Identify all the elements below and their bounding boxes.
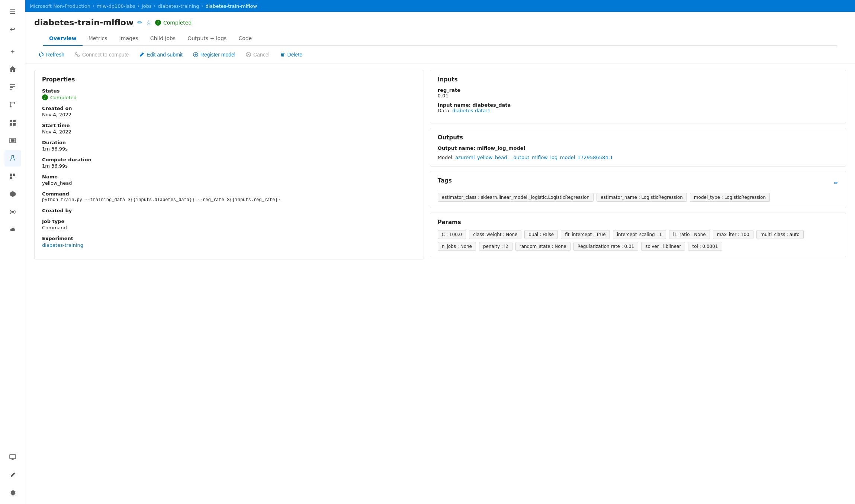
connect-icon bbox=[75, 52, 80, 57]
datasets-icon[interactable] bbox=[4, 168, 21, 184]
components-icon[interactable] bbox=[4, 114, 21, 131]
favorite-icon[interactable]: ☆ bbox=[146, 19, 151, 26]
connect-button[interactable]: Connect to compute bbox=[70, 49, 133, 60]
pipelines-icon[interactable] bbox=[4, 97, 21, 113]
prop-name-value: yellow_head bbox=[42, 180, 416, 186]
svg-point-19 bbox=[12, 211, 13, 213]
delete-button[interactable]: Delete bbox=[276, 49, 307, 60]
data-link[interactable]: diabetes-data:1 bbox=[452, 108, 491, 113]
prop-duration-label: Duration bbox=[42, 140, 416, 145]
home-icon[interactable] bbox=[4, 61, 21, 77]
params-title: Params bbox=[438, 219, 838, 226]
status-badge: Completed bbox=[155, 20, 192, 26]
svg-point-22 bbox=[78, 55, 80, 57]
connect-label: Connect to compute bbox=[82, 52, 129, 58]
cloud-icon[interactable] bbox=[4, 222, 21, 238]
prop-experiment-value[interactable]: diabetes-training bbox=[42, 242, 83, 248]
svg-point-5 bbox=[14, 102, 15, 104]
outputs-title: Outputs bbox=[438, 134, 838, 141]
refresh-button[interactable]: Refresh bbox=[34, 49, 69, 60]
prop-name-label: Name bbox=[42, 174, 416, 180]
breadcrumb-workspace[interactable]: mlw-dp100-labs bbox=[97, 3, 135, 9]
svg-rect-2 bbox=[10, 87, 13, 88]
svg-rect-0 bbox=[10, 84, 15, 85]
param-chip-8: n_jobs : None bbox=[438, 242, 476, 251]
param-chip-11: Regularization rate : 0.01 bbox=[573, 242, 639, 251]
breadcrumb-sep-3: › bbox=[154, 3, 156, 9]
breadcrumb-tenant[interactable]: Microsoft Non-Production bbox=[30, 3, 90, 9]
tab-outputs-logs[interactable]: Outputs + logs bbox=[181, 32, 232, 46]
param-chip-7: multi_class : auto bbox=[756, 230, 804, 239]
toolbar: Refresh Connect to compute Edit and subm… bbox=[25, 46, 855, 64]
output-model-row: Model: azureml_yellow_head_ _output_mlfl… bbox=[438, 155, 838, 160]
endpoints-icon[interactable] bbox=[4, 204, 21, 220]
tab-child-jobs[interactable]: Child jobs bbox=[144, 32, 181, 46]
tab-overview[interactable]: Overview bbox=[43, 32, 83, 46]
svg-rect-12 bbox=[13, 123, 16, 126]
compute-icon[interactable] bbox=[4, 132, 21, 149]
refresh-label: Refresh bbox=[46, 52, 64, 58]
register-model-button[interactable]: Register model bbox=[189, 49, 240, 60]
right-column: Inputs reg_rate 0.01 Input name: diabete… bbox=[430, 70, 846, 262]
breadcrumb-jobs[interactable]: Jobs bbox=[142, 3, 152, 9]
back-icon[interactable]: ↩ bbox=[4, 21, 21, 37]
tab-images[interactable]: Images bbox=[113, 32, 144, 46]
sidebar: ☰ ↩ ＋ bbox=[0, 0, 25, 504]
topbar: Microsoft Non-Production › mlw-dp100-lab… bbox=[25, 0, 855, 12]
data-row: Data: diabetes-data:1 bbox=[438, 108, 838, 113]
tags-header: Tags ✏️ bbox=[438, 177, 838, 188]
param-chip-5: l1_ratio : None bbox=[669, 230, 710, 239]
edit-icon[interactable] bbox=[4, 467, 21, 483]
breadcrumb-sep-4: › bbox=[202, 3, 203, 9]
left-column: Properties Status Completed Created on N… bbox=[34, 70, 424, 265]
properties-card: Properties Status Completed Created on N… bbox=[34, 70, 424, 259]
delete-icon bbox=[280, 52, 285, 57]
prop-start-time-label: Start time bbox=[42, 123, 416, 128]
cancel-button[interactable]: Cancel bbox=[241, 49, 274, 60]
edit-title-icon[interactable]: ✏️ bbox=[137, 19, 142, 26]
outputs-section: Outputs Output name: mlflow_log_model Mo… bbox=[430, 128, 846, 167]
model-link-part1[interactable]: azureml_yellow_head_ bbox=[455, 155, 510, 160]
tags-edit-icon[interactable]: ✏️ bbox=[834, 180, 838, 186]
model-link-part2[interactable]: _output_mlflow_log_model_1729586584:1 bbox=[511, 155, 613, 160]
models-icon[interactable] bbox=[4, 186, 21, 202]
add-icon[interactable]: ＋ bbox=[4, 43, 21, 59]
param-chip-9: penalty : l2 bbox=[479, 242, 512, 251]
svg-point-6 bbox=[10, 106, 12, 107]
menu-icon[interactable]: ☰ bbox=[4, 3, 21, 19]
page-title-row: diabetes-train-mlflow ✏️ ☆ Completed bbox=[34, 18, 846, 27]
inputs-section: Inputs reg_rate 0.01 Input name: diabete… bbox=[430, 70, 846, 123]
svg-rect-16 bbox=[13, 174, 15, 176]
prop-created-on: Created on Nov 4, 2022 bbox=[42, 106, 416, 117]
tags-section: Tags ✏️ estimator_class : sklearn.linear… bbox=[430, 171, 846, 208]
main-content: Microsoft Non-Production › mlw-dp100-lab… bbox=[25, 0, 855, 504]
prop-status-label: Status bbox=[42, 88, 416, 94]
data-label: Data: bbox=[438, 108, 451, 113]
prop-status-dot bbox=[42, 94, 48, 100]
prop-start-time-value: Nov 4, 2022 bbox=[42, 129, 416, 135]
monitor-icon[interactable] bbox=[4, 449, 21, 465]
svg-marker-18 bbox=[10, 191, 16, 197]
reg-rate-row: reg_rate 0.01 bbox=[438, 87, 838, 98]
experiments-icon[interactable] bbox=[4, 150, 21, 167]
overview-layout: Properties Status Completed Created on N… bbox=[25, 64, 855, 271]
prop-command-value: python train.py --training_data ${{input… bbox=[42, 197, 416, 203]
page-header: diabetes-train-mlflow ✏️ ☆ Completed Ove… bbox=[25, 12, 855, 46]
svg-rect-14 bbox=[11, 139, 15, 142]
prop-name: Name yellow_head bbox=[42, 174, 416, 186]
inputs-title: Inputs bbox=[438, 76, 838, 83]
tab-metrics[interactable]: Metrics bbox=[83, 32, 113, 46]
edit-submit-label: Edit and submit bbox=[147, 52, 183, 58]
edit-submit-button[interactable]: Edit and submit bbox=[135, 49, 187, 60]
jobs-icon[interactable] bbox=[4, 79, 21, 95]
register-icon bbox=[193, 52, 198, 57]
settings-icon[interactable] bbox=[4, 485, 21, 501]
tag-chip-2: model_type : LogisticRegression bbox=[690, 193, 770, 202]
prop-duration-value: 1m 36.99s bbox=[42, 146, 416, 152]
param-chip-12: solver : liblinear bbox=[641, 242, 685, 251]
breadcrumb-experiment[interactable]: diabetes-training bbox=[158, 3, 199, 9]
tab-code[interactable]: Code bbox=[232, 32, 258, 46]
prop-status-value: Completed bbox=[42, 94, 416, 100]
svg-rect-3 bbox=[10, 89, 12, 90]
cancel-icon bbox=[246, 52, 251, 57]
